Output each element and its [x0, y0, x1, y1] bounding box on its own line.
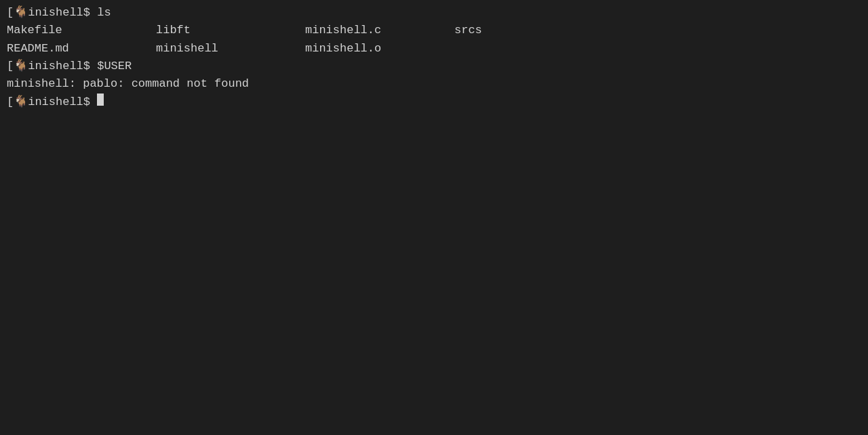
ls-output-row-1: Makefile libft minishell.c srcs: [7, 22, 861, 39]
error-text: minishell: pablo: command not found: [7, 75, 249, 93]
ls-item-empty: [454, 40, 604, 58]
prompt-1: [🐐inishell$: [7, 4, 97, 22]
terminal[interactable]: [🐐inishell$ ls Makefile libft minishell.…: [7, 4, 861, 431]
terminal-line-6[interactable]: [🐐inishell$: [7, 94, 861, 111]
command-2: $USER: [97, 58, 132, 75]
terminal-line-4: [🐐inishell$ $USER: [7, 58, 861, 75]
terminal-line-5: minishell: pablo: command not found: [7, 75, 861, 93]
ls-item-minishell: minishell: [156, 40, 305, 58]
ls-output-row-2: README.md minishell minishell.o: [7, 40, 861, 58]
terminal-line-1: [🐐inishell$ ls: [7, 4, 861, 22]
ls-item-makefile: Makefile: [7, 22, 156, 39]
ls-item-minishellc: minishell.c: [305, 22, 454, 39]
prompt-3: [🐐inishell$: [7, 94, 97, 111]
ls-item-srcs: srcs: [454, 22, 604, 39]
prompt-2: [🐐inishell$: [7, 58, 97, 75]
ls-item-libft: libft: [156, 22, 305, 39]
cursor: [97, 94, 104, 106]
ls-item-minishello: minishell.o: [305, 40, 454, 58]
command-1: ls: [97, 4, 111, 22]
ls-item-readme: README.md: [7, 40, 156, 58]
